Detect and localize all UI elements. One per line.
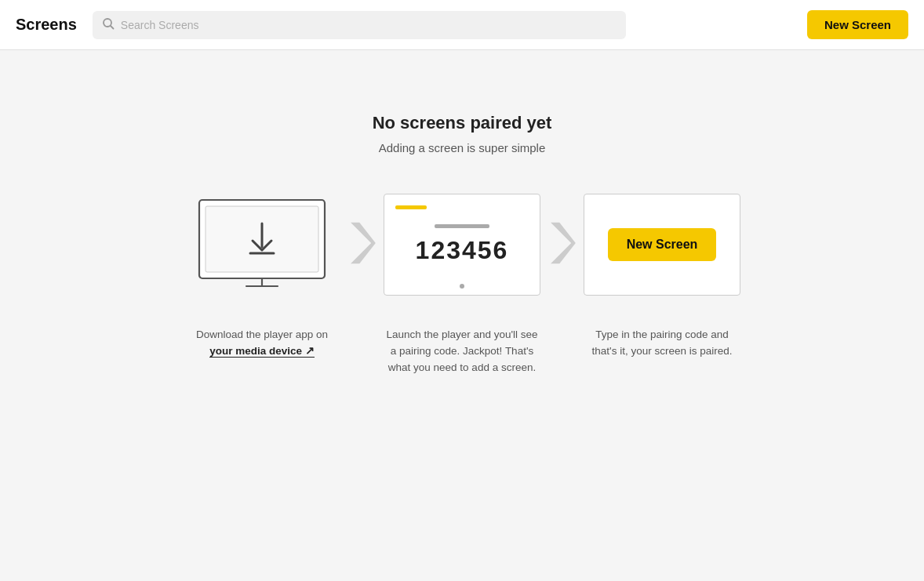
illustration-new-screen-button[interactable]: New Screen xyxy=(608,228,717,261)
download-illustration xyxy=(187,194,336,296)
search-container xyxy=(93,11,795,39)
svg-line-1 xyxy=(111,26,114,29)
new-screen-illustration: New Screen xyxy=(584,194,740,296)
step-download xyxy=(184,194,340,296)
header: Screens New Screen xyxy=(0,0,924,50)
empty-state-subtitle: Adding a screen is super simple xyxy=(379,141,546,154)
page-title: Screens xyxy=(16,16,77,34)
pairing-code-number: 123456 xyxy=(416,236,509,265)
svg-marker-8 xyxy=(351,223,376,263)
svg-marker-9 xyxy=(551,223,576,263)
new-screen-button[interactable]: New Screen xyxy=(807,10,908,39)
step-download-desc: Download the player app on your media de… xyxy=(184,327,340,360)
search-icon xyxy=(102,17,115,33)
empty-state-title: No screens paired yet xyxy=(373,113,552,133)
arrow-1 xyxy=(340,221,384,265)
step-pairing-code-desc: Launch the player and you'll see a pairi… xyxy=(384,327,540,376)
code-text-line-decoration xyxy=(435,224,489,228)
code-bottom-dot-decoration xyxy=(460,284,464,289)
search-input[interactable] xyxy=(121,19,617,31)
code-top-bar-decoration xyxy=(395,205,427,209)
step-new-screen: New Screen xyxy=(584,194,740,296)
search-wrapper xyxy=(93,11,626,39)
arrow-2 xyxy=(540,221,584,265)
steps-text-row: Download the player app on your media de… xyxy=(16,327,908,376)
step-pairing-code: 123456 xyxy=(384,194,540,296)
step-new-screen-desc: Type in the pairing code and that's it, … xyxy=(584,327,740,360)
steps-illustrations-row: 123456 New Screen xyxy=(184,194,740,296)
media-device-link[interactable]: your media device ↗ xyxy=(209,345,315,358)
pairing-code-illustration: 123456 xyxy=(384,194,540,296)
main-content: No screens paired yet Adding a screen is… xyxy=(0,50,924,408)
